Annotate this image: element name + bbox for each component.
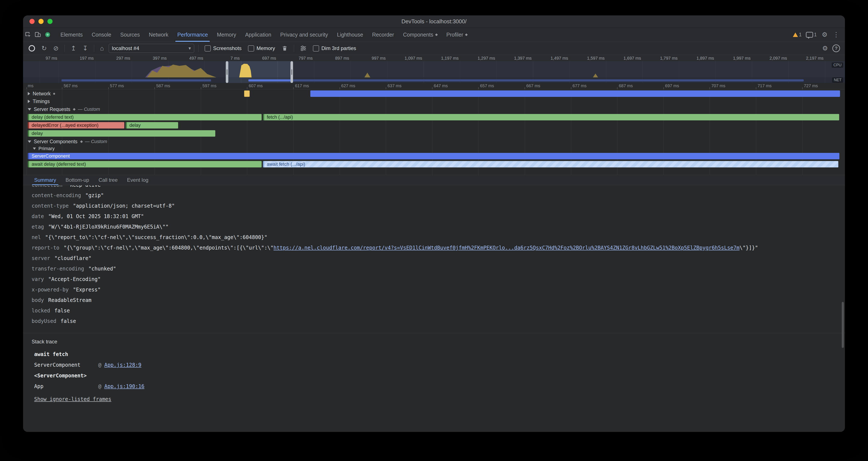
flame-bar-fetch-api[interactable]: fetch (.../api) — [263, 114, 839, 120]
device-toolbar-icon[interactable] — [33, 30, 43, 39]
frame-source-link[interactable]: App.js:190:16 — [104, 383, 144, 390]
server-components-bar-row: ServerComponent — [23, 152, 845, 160]
network-conditions-icon[interactable] — [299, 44, 308, 53]
zoom-button[interactable] — [48, 19, 53, 24]
flame-bar-delayed-error[interactable]: delayedError (...ayed exception) — [28, 122, 124, 128]
tab-application[interactable]: Application — [241, 28, 276, 42]
tab-network[interactable]: Network — [144, 28, 173, 42]
stack-frame: <ServerComponent> — [32, 370, 845, 381]
expanded-triangle-icon[interactable] — [33, 147, 36, 150]
flame-bar-delay[interactable]: delay — [28, 130, 215, 137]
minimize-button[interactable] — [38, 19, 43, 24]
load-profile-icon[interactable]: ↧ — [81, 45, 90, 52]
flame-bar-delay[interactable]: delay — [126, 122, 178, 128]
header-value: "application/json; charset=utf-8" — [73, 203, 175, 209]
server-components-track-header[interactable]: Server Components — Custom — [23, 138, 845, 145]
selection-left-handle[interactable] — [226, 61, 228, 83]
overview-time-label: 1,797 ms — [660, 56, 678, 61]
more-options-button[interactable]: ⋮ — [831, 30, 841, 39]
tab-profiler[interactable]: Profiler — [442, 28, 472, 42]
tab-lighthouse[interactable]: Lighthouse — [333, 28, 368, 42]
tab-sources[interactable]: Sources — [116, 28, 144, 42]
extension-icon[interactable] — [43, 30, 53, 39]
flame-bar-delay-deferred[interactable]: delay (deferred text) — [28, 114, 261, 120]
record-icon[interactable] — [29, 45, 35, 52]
tab-memory[interactable]: Memory — [212, 28, 241, 42]
response-header-row: vary"Accept-Encoding" — [32, 274, 845, 285]
header-value: "{\"report_to\":\"cf-nel\",\"success_fra… — [45, 234, 267, 240]
details-scrollbar-thumb[interactable] — [842, 302, 844, 348]
network-track-row[interactable]: Network — [23, 90, 845, 98]
response-header-row: bodyReadableStream — [32, 295, 845, 306]
panel-settings-button[interactable]: ⚙ — [820, 44, 830, 53]
server-requests-track-header[interactable]: Server Requests — Custom — [23, 106, 845, 113]
close-button[interactable] — [29, 19, 35, 24]
expanded-triangle-icon[interactable] — [28, 141, 31, 143]
response-header-row: transfer-encoding"chunked" — [32, 264, 845, 274]
tab-call-tree[interactable]: Call tree — [94, 175, 122, 185]
tab-elements[interactable]: Elements — [56, 28, 87, 42]
header-name: transfer-encoding — [32, 266, 84, 272]
primary-group-header[interactable]: Primary — [23, 145, 845, 152]
header-value-link[interactable]: https://a.nel.cloudflare.com/report/v4?s… — [274, 245, 740, 251]
dim-third-parties-checkbox[interactable] — [313, 45, 319, 52]
timeline-overview[interactable]: 97 ms197 ms297 ms397 ms497 ms7 ms697 ms7… — [23, 55, 845, 83]
collect-garbage-icon[interactable] — [280, 44, 290, 53]
live-metrics-home-icon[interactable]: ⌂ — [98, 45, 106, 52]
expanded-triangle-icon[interactable] — [28, 108, 31, 111]
header-value: "keep-alive" — [67, 185, 104, 188]
header-value: false — [61, 318, 76, 324]
tab-performance[interactable]: Performance — [173, 28, 212, 42]
track-config-dot-icon[interactable] — [53, 93, 55, 95]
collapsed-triangle-icon[interactable] — [28, 99, 30, 103]
memory-checkbox[interactable] — [248, 45, 254, 52]
server-requests-track-label: Server Requests — [34, 107, 70, 112]
frame-source-link[interactable]: App.js:128:9 — [104, 362, 141, 368]
tab-bottom-up[interactable]: Bottom-up — [61, 175, 94, 185]
overview-time-label: 1,697 ms — [623, 56, 641, 61]
tab-recorder[interactable]: Recorder — [368, 28, 399, 42]
toolbar-divider — [94, 45, 94, 52]
reload-and-record-icon[interactable]: ↻ — [40, 45, 49, 52]
gear-icon: ⚙ — [820, 31, 829, 38]
tab-summary[interactable]: Summary — [29, 175, 61, 185]
selection-right-handle[interactable] — [290, 61, 293, 83]
history-select-value: localhost #4 — [112, 45, 139, 51]
overview-time-label: 97 ms — [46, 56, 57, 61]
tab-components[interactable]: Components — [399, 28, 442, 42]
header-name: body — [32, 297, 44, 303]
inspect-element-icon[interactable] — [23, 30, 33, 39]
server-requests-bar-row: delay — [23, 130, 845, 137]
warnings-button[interactable]: 1 — [792, 30, 803, 39]
response-header-row: date"Wed, 01 Oct 2025 18:32:01 GMT" — [32, 211, 845, 222]
history-select[interactable]: localhost #4 ▾ — [109, 44, 194, 53]
messages-button[interactable]: 1 — [805, 30, 818, 39]
custom-track-icon — [80, 140, 83, 143]
devtools-tab-bar: Elements Console Sources Network Perform… — [23, 28, 845, 42]
screenshots-checkbox[interactable] — [205, 45, 211, 52]
header-value: "{\"group\":\"cf-nel\",\"max_age\":60480… — [64, 245, 274, 251]
devtools-settings-button[interactable]: ⚙ — [820, 30, 830, 39]
show-ignore-listed-link[interactable]: Show ignore-listed frames — [32, 394, 845, 405]
stack-frame: ServerComponent@App.js:128:9 — [32, 359, 845, 370]
frame-at-symbol: @ — [98, 362, 101, 368]
collapsed-triangle-icon[interactable] — [28, 92, 30, 95]
tab-console[interactable]: Console — [87, 28, 116, 42]
header-name: nel — [32, 234, 41, 240]
network-request-bar[interactable] — [244, 90, 250, 97]
header-name: vary — [32, 276, 44, 282]
flame-bar-server-component[interactable]: ServerComponent — [28, 153, 839, 159]
clear-recording-icon[interactable]: ⊘ — [52, 45, 60, 52]
tab-privacy-security[interactable]: Privacy and security — [276, 28, 333, 42]
flame-bar-await-delay[interactable]: await delay (deferred text) — [28, 161, 261, 167]
flame-bar-await-fetch[interactable]: await fetch (.../api) — [263, 161, 838, 167]
tab-event-log[interactable]: Event log — [122, 175, 153, 185]
network-request-bar[interactable] — [310, 90, 840, 97]
help-button[interactable]: ? — [831, 44, 841, 53]
timings-track-row[interactable]: Timings — [23, 98, 845, 105]
frame-function-name: ServerComponent — [34, 359, 98, 370]
save-profile-icon[interactable]: ↥ — [69, 45, 78, 52]
response-header-row: connection"keep-alive" — [32, 185, 845, 190]
memory-label: Memory — [256, 45, 275, 51]
header-value: "gzip" — [85, 193, 104, 198]
